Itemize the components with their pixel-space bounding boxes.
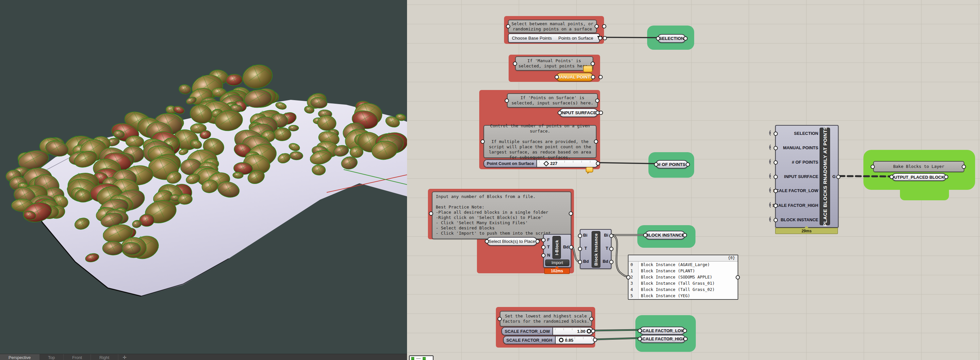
component-block-instance[interactable]: Bi T Bd Bi T Bd Block Instance bbox=[580, 229, 611, 269]
slider-knob[interactable] bbox=[559, 338, 563, 342]
select-blocks-button[interactable]: Select Block(s) to Place bbox=[487, 237, 537, 246]
binst-input-t[interactable]: T bbox=[584, 246, 587, 251]
wireless-input-icon bbox=[767, 130, 772, 136]
viewport-tab-perspective[interactable]: Perspective bbox=[0, 354, 40, 360]
param-scale-high[interactable]: SCALE FACTOR_HIGH bbox=[640, 335, 686, 343]
list-row: 5Block Instance (YEG) bbox=[628, 293, 738, 299]
viewport-tab-bar: Perspective Top Front Right ✛ bbox=[0, 354, 407, 360]
note-point-count[interactable]: Control the number of points on a given … bbox=[484, 125, 597, 158]
mini-green-icon bbox=[411, 357, 414, 360]
slider-point-count-label: Point Count on Surface bbox=[484, 160, 537, 167]
slider-scale-high[interactable]: SCALE FACTOR_HIGH 0.85 bbox=[503, 336, 595, 344]
value-list-base-points[interactable]: Choose Base Points Points on Surface bbox=[508, 34, 600, 43]
wireless-input-icon bbox=[767, 159, 772, 165]
binst-nameplate[interactable]: Block Instance bbox=[592, 231, 600, 268]
slider-knob[interactable] bbox=[587, 329, 591, 333]
slider-scale-low[interactable]: SCALE FACTOR_LOW 1.00 bbox=[501, 327, 593, 336]
main-input-manual-points[interactable]: MANUAL POINTS bbox=[783, 145, 818, 150]
wireless-input-icon bbox=[767, 173, 772, 179]
slider-point-count-value: 227 bbox=[550, 161, 557, 166]
main-input-selection[interactable]: SELECTION bbox=[794, 131, 818, 136]
wireless-input-icon bbox=[767, 144, 772, 150]
viewport-tab-top[interactable]: Top bbox=[40, 354, 64, 360]
iblock-runtime-badge: 102ms bbox=[544, 268, 570, 274]
binst-output-bi[interactable]: Bi bbox=[604, 233, 608, 238]
binst-output-t[interactable]: T bbox=[606, 246, 608, 251]
balloon-icon[interactable] bbox=[583, 66, 593, 72]
slider-scale-low-track[interactable]: 1.00 bbox=[553, 328, 593, 335]
list-row: 0Block Instance (AGAVE_Large) bbox=[628, 261, 738, 268]
app-window: Perspective Top Front Right ✛ Select bet… bbox=[0, 0, 980, 360]
wireless-input-icon bbox=[767, 216, 772, 222]
viewport-render bbox=[0, 0, 407, 354]
import-button[interactable]: Import bbox=[545, 259, 570, 266]
slider-scale-high-track[interactable]: 0.85 bbox=[556, 336, 595, 344]
binst-output-bd[interactable]: Bd bbox=[603, 259, 608, 264]
iblock-nameplate[interactable]: I-Block bbox=[552, 236, 561, 259]
main-nameplate[interactable]: PLACE BLOCKS RNADOMLY AT POINTS bbox=[819, 128, 830, 225]
main-runtime-badge: 29ms bbox=[775, 228, 838, 234]
main-input-scale-low[interactable]: SCALE FACTOR_LOW bbox=[773, 188, 818, 193]
param-selection[interactable]: SELECTION bbox=[657, 34, 686, 43]
param-manual-points[interactable]: MANUAL POINTS bbox=[556, 73, 593, 82]
slider-scale-high-value: 0.85 bbox=[565, 338, 573, 342]
list-row: 2Block Instance (SODOMS APPLE) bbox=[628, 274, 738, 280]
list-panel-path: {0} bbox=[628, 255, 738, 261]
main-input-block-instance[interactable]: BLOCK INSTANCE bbox=[781, 217, 818, 222]
component-iblock[interactable]: F T N Bd I-Block Import bbox=[543, 234, 571, 268]
slider-point-count[interactable]: Point Count on Surface 227 bbox=[484, 159, 598, 168]
wireless-input-icon bbox=[767, 202, 772, 208]
param-input-surface[interactable]: INPUT SURFACE bbox=[559, 108, 598, 117]
param-num-points[interactable]: # OF POINTS bbox=[655, 160, 688, 168]
slider-scale-low-value: 1.00 bbox=[577, 329, 585, 334]
param-scale-low[interactable]: SCALE FACTOR_LOW bbox=[640, 326, 685, 335]
note-scale[interactable]: Set the lowest and highest scale factors… bbox=[500, 311, 592, 326]
note-manual-points[interactable]: If 'Manual Points' is selected, input po… bbox=[515, 56, 593, 71]
component-place-blocks[interactable]: SELECTION MANUAL POINTS # OF POINTS INPU… bbox=[775, 125, 838, 228]
binst-input-bi[interactable]: Bi bbox=[583, 233, 587, 238]
mini-dash-icon bbox=[416, 358, 421, 359]
note-blocks[interactable]: Input any number of Blocks from a file. … bbox=[432, 192, 571, 239]
rhino-viewport[interactable] bbox=[0, 0, 407, 354]
viewport-tab-right[interactable]: Right bbox=[91, 354, 118, 360]
add-viewport-icon[interactable]: ✛ bbox=[118, 354, 131, 360]
list-row: 1Block Instance (PLANT) bbox=[628, 268, 738, 274]
iblock-output-bd[interactable]: Bd bbox=[563, 245, 569, 250]
viewport-tab-front[interactable]: Front bbox=[64, 354, 91, 360]
main-input-num-points[interactable]: # OF POINTS bbox=[792, 160, 818, 165]
binst-input-bd[interactable]: Bd bbox=[583, 259, 589, 264]
iblock-input-f[interactable]: F bbox=[547, 237, 550, 242]
main-input-input-surface[interactable]: INPUT SURFACE bbox=[784, 174, 818, 179]
main-input-scale-high[interactable]: SCALE FACTOR_HIGH bbox=[772, 203, 818, 208]
list-row: 3Block Instance (Tall Grass_01) bbox=[628, 280, 738, 286]
block-list-panel[interactable]: {0} 0Block Instance (AGAVE_Large) 1Block… bbox=[628, 254, 738, 300]
slider-point-count-track[interactable]: 227 bbox=[537, 160, 598, 167]
list-row: 4Block Instance (Tall Grass_02) bbox=[628, 286, 738, 293]
param-output-placed-blocks[interactable]: OUTPUT_PLACED BLOCKS bbox=[892, 173, 947, 181]
bake-blocks-panel[interactable]: Bake Blocks to Layer bbox=[873, 161, 964, 172]
wireless-input-icon bbox=[767, 187, 772, 193]
slider-scale-low-label: SCALE FACTOR_LOW bbox=[502, 328, 553, 335]
canvas-mini-widget[interactable] bbox=[409, 355, 433, 360]
value-list-label: Choose Base Points bbox=[509, 36, 555, 41]
slider-scale-high-label: SCALE FACTOR_HIGH bbox=[504, 336, 556, 344]
main-output-g[interactable]: G bbox=[832, 174, 835, 179]
iblock-input-t[interactable]: T bbox=[547, 245, 550, 250]
param-block-instance[interactable]: BLOCK INSTANCE bbox=[645, 231, 685, 240]
iblock-input-n[interactable]: N bbox=[547, 253, 550, 258]
balloon-icon[interactable] bbox=[586, 167, 593, 173]
value-list-selected: Points on Surface bbox=[555, 36, 597, 41]
mini-green-icon bbox=[423, 357, 426, 360]
note-input-surface[interactable]: If 'Points on Surface' is selected, inpu… bbox=[507, 93, 598, 108]
note-base-points[interactable]: Select between manual points, or randomi… bbox=[508, 20, 597, 33]
